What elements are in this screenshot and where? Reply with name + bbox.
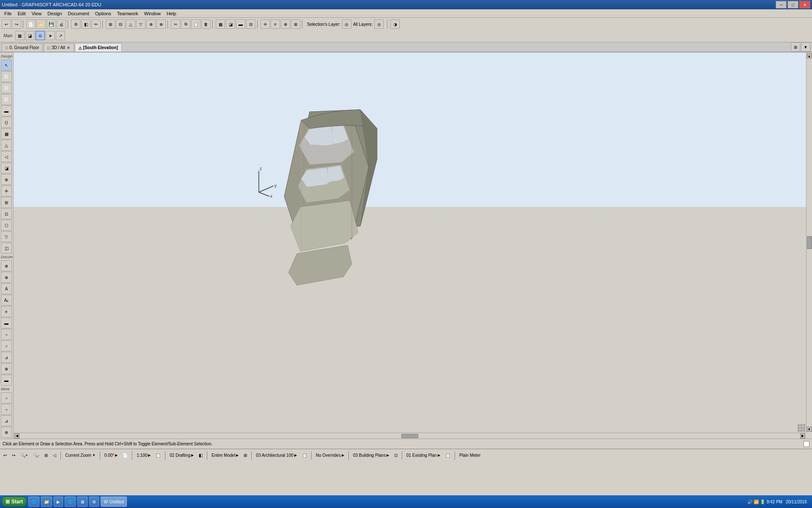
lt-tool-12[interactable]: ⊞	[1, 197, 12, 208]
menu-window[interactable]: Window	[142, 11, 163, 17]
taskbar-archicad[interactable]: ⚙	[89, 497, 99, 507]
tb-navigate[interactable]: ◑	[390, 19, 400, 29]
h-scroll-left[interactable]: ◀	[14, 433, 19, 439]
tb-view-plan[interactable]: ▦	[216, 19, 225, 29]
lt-doc-5[interactable]: ≡	[1, 306, 12, 317]
menu-design[interactable]: Design	[45, 11, 64, 17]
tb-nav-3d[interactable]: ◪	[25, 31, 35, 40]
menu-view[interactable]: View	[29, 11, 44, 17]
plan-arrow[interactable]: ▶	[438, 453, 440, 457]
tb-nav-arrow1[interactable]: ➤	[46, 31, 55, 40]
tb-snap[interactable]: ✛	[261, 19, 270, 29]
h-scrollbar[interactable]: ◀ ▶	[14, 433, 806, 439]
bb-redo[interactable]: ↪	[10, 451, 17, 460]
all-layers-icon[interactable]: ◎	[374, 19, 384, 29]
lt-doc-11[interactable]: ▬	[1, 375, 12, 386]
tb-ref[interactable]: ⊞	[291, 19, 300, 29]
tb-guide[interactable]: ≡	[271, 19, 280, 29]
v-scroll-thumb[interactable]	[807, 236, 812, 249]
selection-layer-icon[interactable]: ◎	[342, 19, 351, 29]
lt-tool-1[interactable]: ⬜	[1, 71, 12, 82]
tb-print[interactable]: 🖨	[57, 19, 66, 29]
tb-tool6[interactable]: ⊗	[156, 19, 166, 29]
bb-fit[interactable]: ⊞	[43, 451, 49, 460]
tb-cut[interactable]: ✂	[171, 19, 180, 29]
grid-toggle[interactable]	[798, 424, 805, 432]
tb-tool5[interactable]: ⊕	[146, 19, 156, 29]
tb-view-elev[interactable]: ⊟	[246, 19, 255, 29]
lt-tool-4[interactable]: ▬	[1, 105, 12, 116]
tb-layers[interactable]: ◧	[81, 19, 91, 29]
lt-tool-2[interactable]: ⬜	[1, 83, 12, 94]
lt-tool-13[interactable]: ⊡	[1, 208, 12, 219]
v-scrollbar[interactable]: ▲ ▼	[806, 52, 812, 433]
tb-pen-sets[interactable]: ✏	[91, 19, 101, 29]
tb-save[interactable]: 💾	[47, 19, 56, 29]
h-scroll-thumb[interactable]	[401, 434, 418, 438]
lt-more-1[interactable]: ○	[1, 392, 12, 403]
taskbar-word[interactable]: W Untitled	[101, 497, 126, 507]
tab-expand[interactable]: ▼	[801, 42, 810, 52]
tb-view-sec[interactable]: ▬	[236, 19, 245, 29]
lt-more-3[interactable]: ⊿	[1, 415, 12, 426]
bb-icon5[interactable]: ⊡	[392, 451, 399, 460]
v-scroll-up[interactable]: ▲	[807, 53, 812, 58]
lt-tool-14[interactable]: ⬡	[1, 220, 12, 231]
lt-doc-8[interactable]: ○	[1, 340, 12, 351]
lt-more-2[interactable]: ○	[1, 404, 12, 415]
tb-view-3d[interactable]: ◪	[226, 19, 235, 29]
lt-doc-4[interactable]: A₁	[1, 295, 12, 306]
tb-paste[interactable]: 📋	[191, 19, 200, 29]
page-icon[interactable]	[804, 441, 809, 447]
lt-doc-7[interactable]: ○	[1, 329, 12, 340]
menu-options[interactable]: Options	[93, 11, 114, 17]
angle-arrow[interactable]: ▶	[115, 453, 118, 457]
layer1-arrow[interactable]: ▶	[191, 453, 194, 457]
menu-help[interactable]: Help	[164, 11, 179, 17]
tb-nav-active[interactable]: ⊙	[36, 31, 45, 40]
tb-magnet[interactable]: ⊕	[281, 19, 290, 29]
lt-tool-5[interactable]: ⟨⟩	[1, 117, 12, 128]
lt-doc-3[interactable]: A	[1, 283, 12, 294]
tb-nav-plan[interactable]: ▦	[15, 31, 25, 40]
menu-document[interactable]: Document	[66, 11, 92, 17]
maximize-button[interactable]: □	[787, 1, 798, 8]
bb-icon4[interactable]: 📋	[300, 451, 309, 460]
tb-open[interactable]: 📁	[36, 19, 46, 29]
tb-tool3[interactable]: △	[126, 19, 135, 29]
lt-tool-9[interactable]: ◪	[1, 163, 12, 174]
viewport[interactable]: z y x	[14, 52, 812, 439]
tab-south-elevation[interactable]: △ [South Elevation]	[75, 43, 122, 52]
bb-nav1[interactable]: ◁	[51, 451, 58, 460]
tab-3d-all[interactable]: □ 3D / All ✕	[44, 43, 74, 52]
start-button[interactable]: ⊞ Start	[2, 497, 27, 507]
bb-icon1[interactable]: 📋	[154, 451, 162, 460]
v-scroll-down[interactable]: ▼	[807, 427, 812, 432]
building-plans-arrow[interactable]: ▶	[387, 453, 389, 457]
lt-doc-2[interactable]: ⊕	[1, 272, 12, 283]
minimize-button[interactable]: ─	[776, 1, 787, 8]
tb-redo[interactable]: ↪	[12, 19, 21, 29]
lt-doc-6[interactable]: ▬	[1, 318, 12, 329]
navigator-button[interactable]: ⊞	[791, 42, 800, 52]
tb-tool4[interactable]: ▽	[136, 19, 145, 29]
lt-more-4[interactable]: ⊕	[1, 427, 12, 438]
menu-edit[interactable]: Edit	[15, 11, 28, 17]
tb-nav-arrow2[interactable]: ↗	[56, 31, 65, 40]
tb-undo[interactable]: ↩	[2, 19, 11, 29]
bb-undo[interactable]: ↩	[2, 451, 8, 460]
close-button[interactable]: ✕	[799, 1, 810, 8]
taskbar-chrome[interactable]: 🌐	[65, 497, 76, 507]
overrides-arrow[interactable]: ▶	[342, 453, 344, 457]
lt-select[interactable]: ↖	[1, 60, 12, 71]
bb-icon2[interactable]: ◧	[197, 451, 204, 460]
lt-tool-10[interactable]: ⊕	[1, 174, 12, 185]
tb-copy[interactable]: ⧉	[181, 19, 190, 29]
tb-tool1[interactable]: ⊞	[106, 19, 115, 29]
bb-icon3[interactable]: ⊞	[242, 451, 249, 460]
menu-file[interactable]: File	[2, 11, 14, 17]
tab-ground-floor[interactable]: □ 0. Ground Floor	[2, 43, 43, 52]
taskbar-ie[interactable]: 🌐	[28, 497, 39, 507]
lt-doc-10[interactable]: ⊕	[1, 363, 12, 374]
lt-tool-16[interactable]: ◫	[1, 243, 12, 254]
